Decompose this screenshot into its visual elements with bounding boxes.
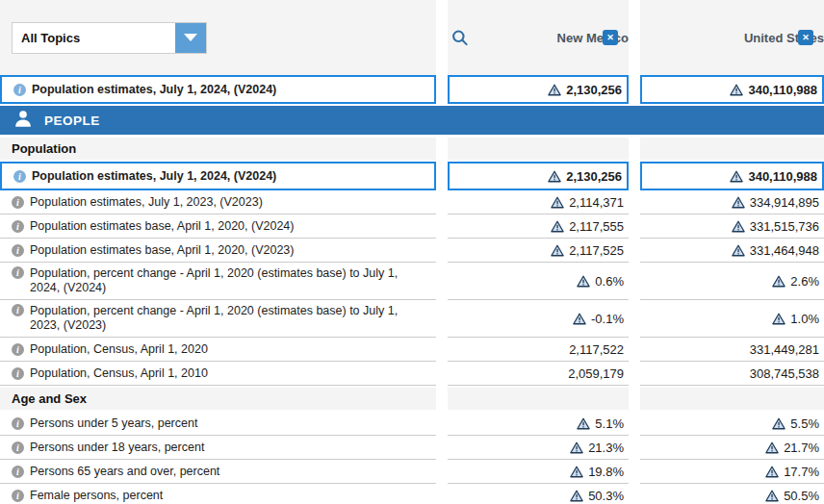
warning-icon[interactable] [732, 220, 745, 233]
value-wrap: -0.1% [573, 312, 629, 326]
cell-value: 5.1% [595, 416, 624, 431]
cell-value: 2,117,522 [569, 342, 624, 357]
warning-icon[interactable] [765, 490, 779, 502]
info-icon[interactable]: i [12, 490, 24, 502]
info-icon[interactable]: i [12, 343, 24, 356]
row-label-wrap: iPersons 65 years and over, percent [0, 465, 225, 479]
column-gutter [436, 162, 448, 190]
row-label: Persons 65 years and over, percent [30, 465, 219, 479]
info-icon[interactable]: i [12, 220, 24, 233]
value-wrap: 331,515,736 [732, 219, 824, 234]
cell-value: 340,110,988 [748, 83, 817, 97]
topic-filter-dropdown[interactable]: All Topics [12, 22, 207, 54]
warning-icon[interactable] [551, 196, 564, 209]
warning-icon[interactable] [548, 84, 561, 96]
column-gutter [629, 214, 640, 239]
section-title: Age and Sex [0, 391, 87, 406]
table-row: iPopulation, percent change - April 1, 2… [0, 300, 824, 338]
dropdown-arrow-button[interactable] [175, 23, 206, 53]
info-icon[interactable]: i [12, 466, 24, 478]
warning-icon[interactable] [772, 275, 785, 288]
value-cell: 308,745,538 [640, 362, 824, 386]
cell-value: 21.3% [588, 441, 624, 455]
warning-icon[interactable] [570, 441, 583, 454]
cell-value: 19.8% [588, 465, 624, 479]
warning-icon[interactable] [732, 244, 745, 257]
cell-value: 2,117,525 [569, 243, 624, 258]
cell-value: 331,464,948 [750, 243, 819, 258]
info-icon[interactable]: i [12, 441, 24, 454]
cell-value: 50.5% [784, 489, 819, 503]
value-wrap: 0.6% [577, 274, 629, 289]
warning-icon[interactable] [730, 170, 743, 183]
warning-icon[interactable] [772, 417, 785, 430]
info-icon[interactable]: i [12, 266, 24, 279]
warning-icon[interactable] [548, 170, 561, 183]
info-icon[interactable]: i [13, 84, 26, 96]
value-wrap: 19.8% [570, 465, 629, 479]
section-value-cell [448, 138, 629, 160]
warning-icon[interactable] [577, 275, 590, 288]
info-icon[interactable]: i [12, 417, 24, 430]
value-cell: -0.1% [448, 300, 629, 338]
info-icon[interactable]: i [12, 367, 24, 380]
row-label-cell: iPopulation estimates base, April 1, 202… [0, 239, 436, 263]
warning-icon[interactable] [577, 417, 590, 430]
value-wrap: 2.6% [772, 274, 824, 289]
row-label-cell: iFemale persons, percent [0, 484, 436, 504]
info-icon[interactable]: i [12, 304, 24, 316]
value-wrap: 334,914,895 [732, 195, 824, 210]
column-gutter [629, 338, 640, 362]
value-wrap: 17.7% [765, 465, 824, 479]
value-cell: 340,110,988 [640, 162, 824, 190]
column-gutter [436, 300, 448, 338]
warning-icon[interactable] [570, 466, 583, 478]
value-wrap: 2,130,256 [548, 83, 627, 97]
warning-icon[interactable] [573, 313, 586, 325]
value-wrap: 331,449,281 [750, 342, 824, 357]
row-label-wrap: iPopulation estimates base, April 1, 202… [0, 219, 299, 234]
table-row: iPopulation estimates base, April 1, 202… [0, 214, 824, 239]
table-row: iPopulation, Census, April 1, 20102,059,… [0, 362, 824, 386]
table-row: iPopulation, Census, April 1, 20202,117,… [0, 338, 824, 362]
info-icon[interactable]: i [13, 170, 26, 183]
remove-column-button[interactable]: ✕ [798, 30, 813, 45]
search-icon[interactable] [451, 29, 469, 47]
warning-icon[interactable] [551, 244, 564, 257]
value-wrap: 340,110,988 [730, 83, 822, 97]
value-cell: 2,117,522 [448, 338, 629, 362]
value-wrap: 308,745,538 [750, 366, 824, 381]
row-label-wrap: iPopulation, percent change - April 1, 2… [0, 300, 436, 333]
cell-value: 331,449,281 [750, 342, 819, 357]
cell-value: 0.6% [595, 274, 624, 289]
info-icon[interactable]: i [12, 196, 24, 209]
cell-value: 2,117,555 [569, 219, 624, 234]
section-value-cell [640, 388, 824, 410]
warning-icon[interactable] [551, 220, 564, 233]
warning-icon[interactable] [732, 196, 745, 209]
value-cell: 2,117,525 [448, 239, 629, 263]
value-cell: 2,059,179 [448, 362, 629, 386]
column-gutter [629, 300, 640, 338]
warning-icon[interactable] [730, 84, 743, 96]
column-gutter [436, 239, 448, 263]
warning-icon[interactable] [765, 441, 779, 454]
section-header-row: Age and Sex [0, 388, 824, 410]
value-wrap: 5.1% [577, 416, 629, 431]
warning-icon[interactable] [570, 490, 583, 502]
warning-icon[interactable] [772, 313, 785, 325]
section-label-cell: Population [0, 138, 436, 160]
row-label-cell: iPopulation estimates base, April 1, 202… [0, 214, 436, 239]
column-gutter [629, 362, 640, 386]
info-icon[interactable]: i [12, 244, 24, 257]
remove-column-button[interactable]: ✕ [603, 30, 618, 45]
warning-icon[interactable] [765, 466, 779, 478]
table-row: iPersons under 5 years, percent5.1%5.5% [0, 412, 824, 436]
value-cell: 331,515,736 [640, 214, 824, 239]
row-label: Population estimates, July 1, 2024, (V20… [32, 169, 276, 184]
value-wrap: 2,130,256 [548, 169, 627, 184]
value-wrap: 50.5% [765, 489, 824, 503]
value-wrap: 1.0% [772, 312, 824, 326]
row-label: Population, percent change - April 1, 20… [30, 304, 430, 333]
table-body: iPopulation estimates, July 1, 2024, (V2… [0, 75, 824, 504]
